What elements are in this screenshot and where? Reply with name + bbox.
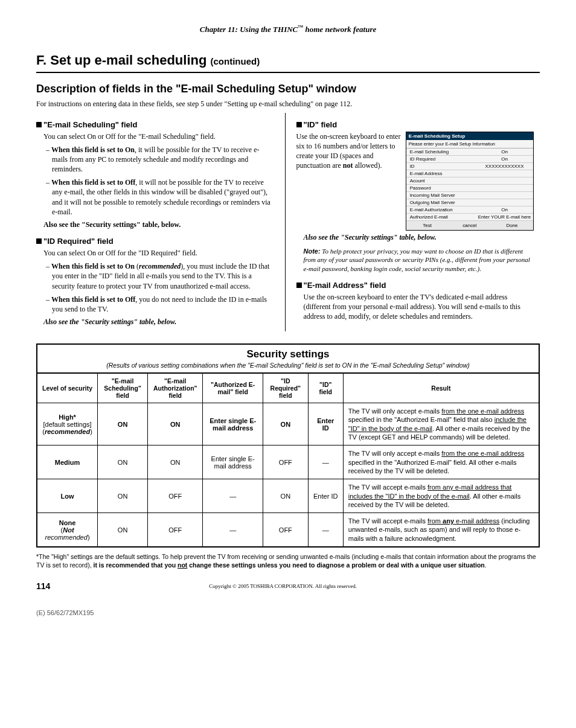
chapter-header: Chapter 11: Using the THINC™ home networ… [36, 24, 540, 34]
panel-row: Outgoing Mail Server [406, 199, 533, 206]
col-header: "E-mail Authorization" field [148, 374, 203, 403]
field-heading-email-scheduling: "E-mail Scheduling" field [36, 120, 274, 129]
panel-row: E-mail SchedulingOn [406, 148, 533, 156]
page-title: F. Set up e-mail scheduling (continued) [36, 53, 540, 68]
section-heading: Description of fields in the "E-mail Sch… [36, 83, 540, 95]
panel-subhead: Please enter your E-mail Setup Informati… [406, 140, 533, 148]
col-header: Result [343, 374, 539, 403]
col-header: "Authorized E-mail" field [203, 374, 263, 403]
panel-row: E-mail Address [406, 170, 533, 177]
table-row: Low ON OFF — ON Enter ID The TV will acc… [37, 479, 539, 513]
note-box: Note: To help protect your privacy, you … [304, 247, 534, 274]
col-header: "ID Required" field [263, 374, 308, 403]
col-header: "E-mail Scheduling" field [98, 374, 148, 403]
col-header: Level of security [37, 374, 98, 403]
table-subtitle: (Results of various setting combinations… [37, 362, 539, 373]
cancel-button[interactable]: cancel [449, 223, 491, 228]
footnote: *The "High" settings are the default set… [36, 552, 540, 569]
body-text: You can select On or Off for the "E-mail… [43, 132, 274, 141]
field-heading-id-required: "ID Required" field [36, 237, 274, 246]
list-item: When this field is set to On (recommende… [46, 261, 274, 291]
panel-row: ID RequiredOn [406, 156, 533, 163]
list-item: When this field is set to Off, you do no… [46, 295, 274, 314]
list-item: When this field is set to On, it will be… [46, 145, 274, 174]
table-row: High*[default settings](recommended) ON … [37, 403, 539, 445]
body-text: You can select On or Off for the "ID Req… [43, 248, 274, 258]
table-title: Security settings [37, 345, 539, 362]
test-button[interactable]: Test [406, 223, 449, 228]
panel-row: IDXXXXXXXXXXXX [406, 163, 533, 170]
done-button[interactable]: Done [491, 223, 533, 228]
panel-row: Incoming Mail Server [406, 192, 533, 199]
panel-row: Password [406, 185, 533, 192]
field-heading-email-address: "E-mail Address" field [296, 281, 534, 290]
field-heading-id: "ID" field [296, 120, 534, 129]
divider [36, 72, 540, 73]
body-text: Use the on-screen keyboard to enter six … [296, 132, 401, 231]
also-see: Also see the "Security settings" table, … [43, 220, 274, 229]
body-text: Use the on-screen keyboard to enter the … [304, 292, 534, 322]
panel-row: E-mail AuthorizationOn [406, 206, 533, 214]
panel-title: E-mail Scheduling Setup [406, 132, 533, 140]
intro-text: For instructions on entering data in the… [36, 99, 540, 109]
panel-row: Acount [406, 177, 533, 185]
model-code: (E) 56/62/72MX195 [36, 609, 540, 616]
panel-row: Authorized E-mailEnter YOUR E-mail here [406, 214, 533, 221]
also-see: Also see the "Security settings" table, … [43, 318, 274, 327]
also-see: Also see the "Security settings" table, … [304, 233, 534, 242]
page-number: 114 [36, 581, 50, 591]
table-row: Medium ON ON Enter single E-mail address… [37, 445, 539, 479]
list-item: When this field is set to Off, it will n… [46, 177, 274, 217]
table-row: None(Not recommended) ON OFF — OFF — The… [37, 513, 539, 546]
copyright: Copyright © 2005 TOSHIBA CORPORATION. Al… [50, 583, 516, 589]
col-header: "ID" field [308, 374, 343, 403]
email-setup-panel: E-mail Scheduling Setup Please enter you… [406, 132, 534, 231]
security-settings-table: Security settings (Results of various se… [36, 343, 540, 548]
